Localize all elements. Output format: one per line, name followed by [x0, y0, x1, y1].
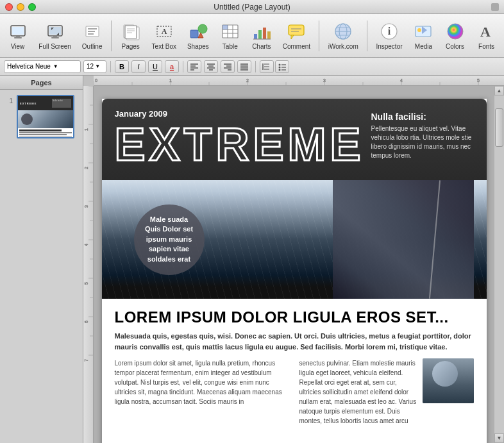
- toolbar-label-pages: Pages: [121, 43, 139, 50]
- minimize-button[interactable]: [17, 3, 24, 11]
- bold-button[interactable]: B: [115, 60, 129, 73]
- svg-text:7: 7: [84, 359, 88, 362]
- toolbar-item-pages[interactable]: Pages: [115, 17, 146, 54]
- font-family-value: Helvetica Neue: [7, 63, 51, 70]
- article-col1-text: Lorem ipsum dolor sit amet, ligula nulla…: [115, 358, 289, 406]
- svg-rect-16: [125, 26, 137, 38]
- scroll-thumb[interactable]: [495, 108, 503, 147]
- pages-list: 1 EXTREME Nulla facilisi: [0, 90, 83, 144]
- toolbar-item-charts[interactable]: Charts: [246, 17, 276, 54]
- underline-button[interactable]: U: [148, 60, 162, 73]
- italic-button[interactable]: I: [131, 60, 146, 73]
- close-button[interactable]: [5, 3, 13, 11]
- align-center-button[interactable]: [204, 60, 218, 73]
- font-family-chevron: ▼: [53, 63, 58, 69]
- top-ruler: 0 1 2 3 4 5: [94, 76, 504, 86]
- font-size-select[interactable]: 12 ▼: [83, 60, 106, 73]
- toolbar-label-comment: Comment: [283, 43, 310, 50]
- toolbar-item-iwork[interactable]: iWork.com: [323, 17, 363, 54]
- align-right-button[interactable]: [221, 60, 235, 73]
- resize-handle[interactable]: [491, 3, 499, 11]
- sep-2: [319, 21, 319, 51]
- window-title: Untitled (Page Layout): [214, 3, 290, 12]
- font-color-button[interactable]: a: [165, 60, 179, 73]
- align-left-button[interactable]: [187, 60, 201, 73]
- toolbar-item-table[interactable]: Table: [215, 17, 245, 54]
- circle-text: Male suada Quis Dolor set ipsum mauris s…: [142, 215, 197, 264]
- toolbar-item-inspector[interactable]: i Inspector: [371, 17, 407, 54]
- format-bar: Helvetica Neue ▼ 12 ▼ B I U a: [0, 58, 504, 76]
- article-col2-p: senectus pulvinar. Etiam molestie mauris…: [299, 358, 417, 426]
- toolbar-item-fonts[interactable]: A Fonts: [471, 17, 501, 54]
- page-item: 1 EXTREME Nulla facilisi: [5, 95, 78, 138]
- format-sep-2: [183, 61, 183, 72]
- article-columns: Lorem ipsum dolor sit amet, ligula nulla…: [115, 358, 474, 426]
- svg-marker-37: [291, 35, 294, 39]
- shapes-icon: [188, 21, 208, 42]
- toolbar-item-colors[interactable]: Colors: [440, 17, 470, 54]
- svg-text:2: 2: [246, 78, 249, 83]
- toolbar-label-textbox: Text Box: [152, 43, 176, 50]
- svg-rect-98: [83, 86, 94, 443]
- toolbar-label-outline: Outline: [82, 43, 103, 50]
- svg-rect-1: [12, 27, 24, 35]
- svg-rect-30: [223, 25, 228, 29]
- doc-title: EXTREME: [115, 121, 358, 167]
- svg-text:1: 1: [84, 128, 88, 131]
- toolbar-label-inspector: Inspector: [376, 43, 402, 50]
- doc-photo: Male suada Quis Dolor set ipsum mauris s…: [102, 180, 487, 299]
- svg-point-73: [279, 63, 281, 65]
- pages-panel: Pages 1 EXTREME Nulla facilisi: [0, 76, 83, 443]
- left-ruler: 1 2 3 4 5: [83, 86, 94, 443]
- header-left: January 2009 EXTREME: [115, 109, 358, 167]
- comment-icon: [286, 21, 307, 42]
- scroll-up-arrow[interactable]: ▲: [494, 86, 504, 96]
- toolbar-item-fullscreen[interactable]: Full Screen: [34, 17, 76, 54]
- pages-panel-header: Pages: [0, 76, 83, 90]
- outline-icon: [82, 21, 103, 42]
- align-justify-button[interactable]: [237, 60, 251, 73]
- line-spacing-button[interactable]: [260, 60, 274, 73]
- content-row: 1 2 3 4 5: [83, 86, 504, 443]
- svg-text:4: 4: [84, 244, 88, 246]
- svg-rect-9: [51, 37, 59, 38]
- toolbar-item-textbox[interactable]: A Text Box: [147, 17, 181, 54]
- svg-text:3: 3: [323, 78, 326, 83]
- toolbar-label-shapes: Shapes: [187, 43, 209, 50]
- fullscreen-icon: [45, 21, 65, 42]
- article-col-2: senectus pulvinar. Etiam molestie mauris…: [299, 358, 474, 426]
- toolbar-item-comment[interactable]: Comment: [278, 17, 315, 54]
- svg-text:0: 0: [95, 78, 97, 83]
- toolbar-item-media[interactable]: Media: [408, 17, 439, 54]
- canvas-area[interactable]: January 2009 EXTREME Nulla facilisi: Pel…: [94, 86, 494, 443]
- toolbar-item-view[interactable]: View: [3, 17, 33, 54]
- svg-text:2: 2: [84, 167, 88, 169]
- toolbar-label-iwork: iWork.com: [328, 43, 358, 50]
- view-icon: [8, 21, 28, 42]
- vertical-scrollbar[interactable]: ▲ ▼: [494, 86, 504, 443]
- toolbar-item-shapes[interactable]: Shapes: [182, 17, 214, 54]
- font-family-select[interactable]: Helvetica Neue ▼: [4, 60, 81, 73]
- format-sep-1: [110, 61, 111, 72]
- svg-text:i: i: [388, 26, 391, 37]
- maximize-button[interactable]: [28, 3, 36, 11]
- svg-text:4: 4: [400, 78, 403, 83]
- sep-3: [367, 21, 367, 51]
- format-sep-3: [255, 61, 256, 72]
- doc-header: January 2009 EXTREME Nulla facilisi: Pel…: [102, 99, 487, 180]
- page-number: 1: [5, 95, 13, 104]
- svg-rect-5: [49, 27, 61, 35]
- scroll-down-arrow[interactable]: ▼: [494, 433, 504, 443]
- svg-rect-31: [254, 34, 257, 39]
- window-controls: [5, 3, 36, 11]
- toolbar: View Full Screen Outline: [0, 14, 504, 58]
- svg-text:5: 5: [84, 282, 88, 285]
- content-area: 0 1 2 3 4 5: [83, 76, 504, 443]
- font-size-chevron: ▼: [95, 63, 100, 69]
- svg-rect-79: [94, 76, 504, 86]
- svg-text:A: A: [480, 24, 491, 40]
- toolbar-item-outline[interactable]: Outline: [77, 17, 107, 54]
- article-col-1: Lorem ipsum dolor sit amet, ligula nulla…: [115, 358, 289, 426]
- page-thumbnail[interactable]: EXTREME Nulla facilisi: [17, 95, 74, 138]
- list-button[interactable]: [275, 60, 289, 73]
